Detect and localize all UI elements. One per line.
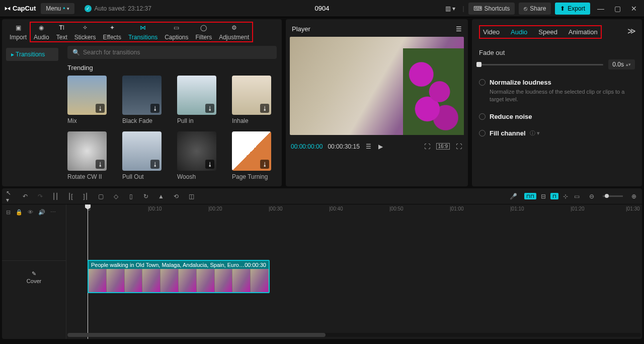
- transition-card[interactable]: ⭳Page Turning: [232, 131, 271, 180]
- fadeout-value[interactable]: 0.0s▴▾: [608, 59, 635, 70]
- delete-icon[interactable]: ▢: [97, 192, 105, 200]
- rotate-icon[interactable]: ⟲: [172, 192, 180, 200]
- player-menu-icon[interactable]: ☰: [456, 25, 462, 33]
- scale-icon[interactable]: ⛶: [423, 142, 431, 151]
- edit-icon: ✎: [32, 270, 36, 277]
- transition-card[interactable]: ⭳Pull Out: [122, 131, 162, 180]
- zoom-in-icon[interactable]: ⊕: [630, 192, 638, 200]
- download-icon[interactable]: ⭳: [96, 104, 105, 113]
- cursor-icon[interactable]: ↖ ▾: [6, 192, 14, 200]
- timeline-ruler[interactable]: 0 |00:10 |00:20 |00:30 |00:40 |00:50 |01…: [66, 204, 642, 216]
- layout-button[interactable]: ▥ ▾: [442, 3, 458, 14]
- redo-icon[interactable]: ↷: [36, 192, 44, 200]
- text-tool[interactable]: TIText: [53, 22, 71, 42]
- transition-card[interactable]: ⭳Mix: [67, 76, 107, 124]
- export-button[interactable]: ⬆Export: [555, 3, 590, 15]
- split-right-icon[interactable]: ]⎮: [82, 192, 90, 200]
- snap-icon[interactable]: ⊹: [561, 192, 570, 200]
- import-tool[interactable]: ▣ Import: [6, 22, 30, 42]
- stickers-tool[interactable]: ✧Stickers: [71, 22, 100, 42]
- stickers-icon: ✧: [80, 23, 90, 32]
- shortcuts-button[interactable]: ⌨Shortcuts: [468, 3, 515, 15]
- filters-tool[interactable]: ◯Filters: [192, 22, 216, 42]
- fillchannel-checkbox[interactable]: [479, 130, 486, 136]
- tools-highlight: ◉Audio TIText ✧Stickers ✦Effects ⋈Transi…: [30, 22, 253, 42]
- link-icon[interactable]: ⊓: [550, 193, 558, 199]
- timeline-toolbar: ↖ ▾ ↶ ↷ ⎮⎮ ⎮[ ]⎮ ▢ ◇ ▯ ↻ ▲ ⟲ ◫ 🎤 ⊓⊓ ⊟ ⊓ …: [2, 188, 642, 204]
- preview-icon[interactable]: ▭: [573, 192, 581, 200]
- align-icon[interactable]: ⊟: [539, 192, 547, 200]
- aspect-ratio[interactable]: 16:9: [436, 143, 450, 150]
- reducenoise-checkbox[interactable]: [479, 113, 486, 120]
- minimize-button[interactable]: —: [594, 5, 607, 13]
- video-preview[interactable]: [290, 37, 464, 135]
- track-more-icon[interactable]: ⋯: [50, 209, 56, 216]
- track-lock-icon[interactable]: 🔒: [16, 209, 23, 216]
- transition-card[interactable]: ⭳Pull in: [177, 76, 216, 124]
- track-eye-icon[interactable]: 👁: [28, 209, 33, 215]
- cover-button[interactable]: ✎ Cover: [2, 260, 66, 294]
- import-icon: ▣: [14, 23, 23, 32]
- download-icon[interactable]: ⭳: [96, 160, 105, 169]
- reverse-icon[interactable]: ↻: [142, 192, 150, 200]
- fadeout-label: Fade out: [479, 49, 635, 56]
- expand-icon[interactable]: ≫: [627, 26, 636, 36]
- download-icon[interactable]: ⭳: [205, 104, 214, 113]
- share-button[interactable]: ⎋Share: [519, 3, 551, 15]
- timeline: ⊟ 🔒 👁 🔊 ⋯ ✎ Cover 0 |00:10 |00:20 |00:30…: [2, 204, 642, 339]
- mic-icon[interactable]: 🎤: [509, 192, 517, 200]
- download-icon[interactable]: ⭳: [205, 160, 214, 169]
- play-button[interactable]: ▶: [377, 142, 384, 151]
- download-icon[interactable]: ⭳: [150, 104, 159, 113]
- magnet-on-icon[interactable]: ⊓⊓: [524, 193, 536, 199]
- logo-icon: [4, 5, 11, 12]
- close-button[interactable]: ✕: [628, 5, 640, 13]
- transitions-tool[interactable]: ⋈Transitions: [125, 22, 161, 42]
- menu-button[interactable]: Menu•▾: [41, 3, 74, 14]
- mirror-icon[interactable]: ▲: [157, 192, 165, 200]
- tab-animation[interactable]: Animation: [569, 28, 598, 36]
- captions-tool[interactable]: ▭Captions: [161, 22, 192, 42]
- track-mute-icon[interactable]: 🔊: [38, 209, 45, 216]
- transitions-icon: ⋈: [138, 23, 147, 32]
- frame-icon[interactable]: ▯: [127, 192, 135, 200]
- list-icon[interactable]: ☰: [365, 142, 372, 151]
- project-title: 0904: [315, 5, 330, 12]
- video-clip[interactable]: People walking in Old Town, Malaga, Anda…: [88, 260, 270, 293]
- tab-audio[interactable]: Audio: [511, 28, 527, 36]
- autosave-status: ✓ Auto saved: 23:12:37: [85, 5, 151, 12]
- reducenoise-label: Reduce noise: [490, 113, 532, 120]
- keyboard-icon: ⌨: [473, 5, 482, 12]
- tab-speed[interactable]: Speed: [538, 28, 557, 36]
- effects-tool[interactable]: ✦Effects: [99, 22, 124, 42]
- tab-video[interactable]: Video: [483, 28, 500, 36]
- adjustment-tool[interactable]: ⚙Adjustment: [215, 22, 253, 42]
- download-icon[interactable]: ⭳: [260, 104, 269, 113]
- audio-tool[interactable]: ◉Audio: [30, 22, 53, 42]
- effects-icon: ✦: [108, 23, 117, 32]
- download-icon[interactable]: ⭳: [150, 160, 159, 169]
- asset-panel: ▣ Import ◉Audio TIText ✧Stickers ✦Effect…: [2, 19, 282, 186]
- search-input[interactable]: 🔍 Search for transitions: [67, 46, 277, 59]
- download-icon[interactable]: ⭳: [260, 160, 269, 169]
- transition-card[interactable]: ⭳Woosh: [177, 131, 216, 180]
- timeline-scrollbar[interactable]: [67, 333, 641, 337]
- side-nav-transitions[interactable]: ▸ Transitions: [6, 48, 58, 61]
- transition-card[interactable]: ⭳Inhale: [232, 76, 271, 124]
- properties-panel: ≫ Video Audio Speed Animation Fade out 0…: [472, 19, 642, 186]
- split-icon[interactable]: ⎮⎮: [51, 192, 59, 200]
- maximize-button[interactable]: ▢: [611, 5, 624, 13]
- transition-card[interactable]: ⭳Rotate CW II: [67, 131, 107, 180]
- transition-card[interactable]: ⭳Black Fade: [122, 76, 162, 124]
- undo-icon[interactable]: ↶: [21, 192, 29, 200]
- fullscreen-icon[interactable]: ⛶: [455, 142, 463, 151]
- split-left-icon[interactable]: ⎮[: [66, 192, 74, 200]
- track-collapse-icon[interactable]: ⊟: [6, 209, 11, 216]
- normalize-checkbox[interactable]: [479, 79, 486, 86]
- zoom-out-icon[interactable]: ⊖: [588, 192, 596, 200]
- marker-icon[interactable]: ◇: [112, 192, 120, 200]
- zoom-slider[interactable]: [603, 195, 623, 197]
- crop-icon[interactable]: ◫: [187, 192, 195, 200]
- fadeout-slider[interactable]: [479, 64, 603, 65]
- timeline-tracks[interactable]: 0 |00:10 |00:20 |00:30 |00:40 |00:50 |01…: [66, 204, 642, 339]
